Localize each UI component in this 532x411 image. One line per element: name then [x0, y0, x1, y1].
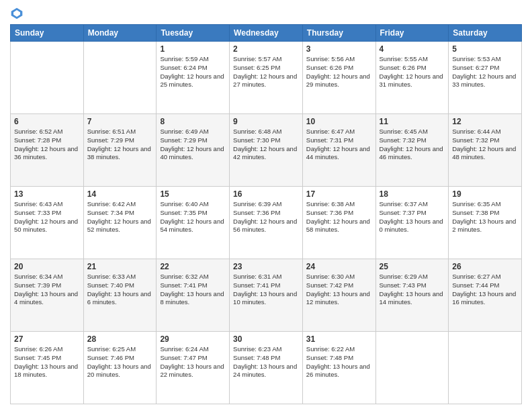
day-number: 23 [233, 262, 299, 271]
day-detail: Sunrise: 6:22 AMSunset: 7:48 PMDaylight:… [306, 345, 372, 379]
calendar-cell: 5Sunrise: 5:53 AMSunset: 6:27 PMDaylight… [449, 42, 522, 114]
calendar-cell: 3Sunrise: 5:56 AMSunset: 6:26 PMDaylight… [302, 42, 375, 114]
day-detail: Sunrise: 6:31 AMSunset: 7:41 PMDaylight:… [233, 273, 299, 307]
calendar-cell: 27Sunrise: 6:26 AMSunset: 7:45 PMDayligh… [11, 332, 84, 404]
day-detail: Sunrise: 5:56 AMSunset: 6:26 PMDaylight:… [306, 55, 372, 89]
calendar-cell [375, 332, 449, 404]
calendar-cell: 21Sunrise: 6:33 AMSunset: 7:40 PMDayligh… [83, 259, 157, 332]
calendar-header-row: SundayMondayTuesdayWednesdayThursdayFrid… [11, 25, 522, 42]
day-detail: Sunrise: 6:25 AMSunset: 7:46 PMDaylight:… [87, 345, 153, 379]
logo-icon [10, 7, 24, 20]
calendar-row: 1Sunrise: 5:59 AMSunset: 6:24 PMDaylight… [11, 42, 522, 114]
calendar-cell: 18Sunrise: 6:37 AMSunset: 7:37 PMDayligh… [375, 187, 449, 259]
day-detail: Sunrise: 6:39 AMSunset: 7:36 PMDaylight:… [233, 200, 299, 234]
day-number: 18 [380, 189, 445, 199]
day-number: 29 [160, 334, 226, 344]
calendar-cell: 30Sunrise: 6:23 AMSunset: 7:48 PMDayligh… [230, 332, 303, 404]
day-detail: Sunrise: 6:33 AMSunset: 7:40 PMDaylight:… [87, 273, 153, 307]
calendar-row: 20Sunrise: 6:34 AMSunset: 7:39 PMDayligh… [11, 259, 522, 332]
day-number: 11 [380, 117, 445, 126]
calendar-row: 13Sunrise: 6:43 AMSunset: 7:33 PMDayligh… [11, 187, 522, 259]
header [10, 7, 522, 20]
day-number: 8 [160, 117, 226, 126]
calendar-cell: 4Sunrise: 5:55 AMSunset: 6:26 PMDaylight… [375, 42, 449, 114]
calendar-cell: 10Sunrise: 6:47 AMSunset: 7:31 PMDayligh… [302, 114, 375, 187]
day-number: 1 [160, 44, 226, 54]
weekday-header-sunday: Sunday [11, 25, 84, 42]
calendar-cell: 9Sunrise: 6:48 AMSunset: 7:30 PMDaylight… [230, 114, 303, 187]
day-number: 27 [14, 334, 80, 344]
day-number: 21 [87, 262, 153, 271]
page: SundayMondayTuesdayWednesdayThursdayFrid… [0, 0, 532, 411]
day-detail: Sunrise: 6:52 AMSunset: 7:28 PMDaylight:… [14, 128, 80, 162]
day-detail: Sunrise: 6:37 AMSunset: 7:37 PMDaylight:… [380, 200, 445, 234]
day-number: 3 [306, 44, 372, 54]
day-detail: Sunrise: 6:47 AMSunset: 7:31 PMDaylight:… [306, 128, 372, 162]
day-detail: Sunrise: 6:40 AMSunset: 7:35 PMDaylight:… [160, 200, 226, 234]
day-detail: Sunrise: 5:57 AMSunset: 6:25 PMDaylight:… [233, 55, 299, 89]
calendar-cell: 6Sunrise: 6:52 AMSunset: 7:28 PMDaylight… [11, 114, 84, 187]
day-number: 5 [452, 44, 518, 54]
calendar-cell: 15Sunrise: 6:40 AMSunset: 7:35 PMDayligh… [157, 187, 230, 259]
day-detail: Sunrise: 6:29 AMSunset: 7:43 PMDaylight:… [380, 273, 445, 307]
calendar-cell: 28Sunrise: 6:25 AMSunset: 7:46 PMDayligh… [83, 332, 157, 404]
day-detail: Sunrise: 5:55 AMSunset: 6:26 PMDaylight:… [380, 55, 445, 89]
calendar-cell: 26Sunrise: 6:27 AMSunset: 7:44 PMDayligh… [449, 259, 522, 332]
day-detail: Sunrise: 5:53 AMSunset: 6:27 PMDaylight:… [452, 55, 518, 89]
day-number: 31 [306, 334, 372, 344]
day-detail: Sunrise: 6:51 AMSunset: 7:29 PMDaylight:… [87, 128, 153, 162]
calendar-cell: 16Sunrise: 6:39 AMSunset: 7:36 PMDayligh… [230, 187, 303, 259]
weekday-header-saturday: Saturday [449, 25, 522, 42]
day-detail: Sunrise: 5:59 AMSunset: 6:24 PMDaylight:… [160, 55, 226, 89]
day-number: 4 [380, 44, 445, 54]
calendar-row: 27Sunrise: 6:26 AMSunset: 7:45 PMDayligh… [11, 332, 522, 404]
calendar-cell [449, 332, 522, 404]
day-number: 25 [380, 262, 445, 271]
calendar-cell [11, 42, 84, 114]
calendar-cell: 14Sunrise: 6:42 AMSunset: 7:34 PMDayligh… [83, 187, 157, 259]
day-number: 13 [14, 189, 80, 199]
calendar-cell: 29Sunrise: 6:24 AMSunset: 7:47 PMDayligh… [157, 332, 230, 404]
day-detail: Sunrise: 6:32 AMSunset: 7:41 PMDaylight:… [160, 273, 226, 307]
day-number: 16 [233, 189, 299, 199]
day-detail: Sunrise: 6:26 AMSunset: 7:45 PMDaylight:… [14, 345, 80, 379]
calendar-cell: 20Sunrise: 6:34 AMSunset: 7:39 PMDayligh… [11, 259, 84, 332]
calendar-cell: 25Sunrise: 6:29 AMSunset: 7:43 PMDayligh… [375, 259, 449, 332]
day-detail: Sunrise: 6:34 AMSunset: 7:39 PMDaylight:… [14, 273, 80, 307]
day-number: 28 [87, 334, 153, 344]
day-detail: Sunrise: 6:48 AMSunset: 7:30 PMDaylight:… [233, 128, 299, 162]
calendar-cell: 7Sunrise: 6:51 AMSunset: 7:29 PMDaylight… [83, 114, 157, 187]
calendar-cell: 31Sunrise: 6:22 AMSunset: 7:48 PMDayligh… [302, 332, 375, 404]
calendar-cell [83, 42, 157, 114]
day-number: 10 [306, 117, 372, 126]
day-detail: Sunrise: 6:49 AMSunset: 7:29 PMDaylight:… [160, 128, 226, 162]
weekday-header-wednesday: Wednesday [230, 25, 303, 42]
calendar-cell: 24Sunrise: 6:30 AMSunset: 7:42 PMDayligh… [302, 259, 375, 332]
calendar-cell: 23Sunrise: 6:31 AMSunset: 7:41 PMDayligh… [230, 259, 303, 332]
day-number: 14 [87, 189, 153, 199]
day-number: 17 [306, 189, 372, 199]
weekday-header-thursday: Thursday [302, 25, 375, 42]
day-number: 7 [87, 117, 153, 126]
day-detail: Sunrise: 6:38 AMSunset: 7:36 PMDaylight:… [306, 200, 372, 234]
day-number: 22 [160, 262, 226, 271]
calendar-cell: 8Sunrise: 6:49 AMSunset: 7:29 PMDaylight… [157, 114, 230, 187]
day-number: 19 [452, 189, 518, 199]
day-number: 12 [452, 117, 518, 126]
day-number: 20 [14, 262, 80, 271]
calendar-row: 6Sunrise: 6:52 AMSunset: 7:28 PMDaylight… [11, 114, 522, 187]
weekday-header-monday: Monday [83, 25, 157, 42]
weekday-header-tuesday: Tuesday [157, 25, 230, 42]
day-number: 9 [233, 117, 299, 126]
day-detail: Sunrise: 6:44 AMSunset: 7:32 PMDaylight:… [452, 128, 518, 162]
day-detail: Sunrise: 6:27 AMSunset: 7:44 PMDaylight:… [452, 273, 518, 307]
day-number: 24 [306, 262, 372, 271]
calendar-cell: 2Sunrise: 5:57 AMSunset: 6:25 PMDaylight… [230, 42, 303, 114]
calendar-cell: 19Sunrise: 6:35 AMSunset: 7:38 PMDayligh… [449, 187, 522, 259]
day-detail: Sunrise: 6:43 AMSunset: 7:33 PMDaylight:… [14, 200, 80, 234]
day-number: 15 [160, 189, 226, 199]
day-detail: Sunrise: 6:45 AMSunset: 7:32 PMDaylight:… [380, 128, 445, 162]
day-number: 30 [233, 334, 299, 344]
calendar-cell: 17Sunrise: 6:38 AMSunset: 7:36 PMDayligh… [302, 187, 375, 259]
calendar-cell: 12Sunrise: 6:44 AMSunset: 7:32 PMDayligh… [449, 114, 522, 187]
